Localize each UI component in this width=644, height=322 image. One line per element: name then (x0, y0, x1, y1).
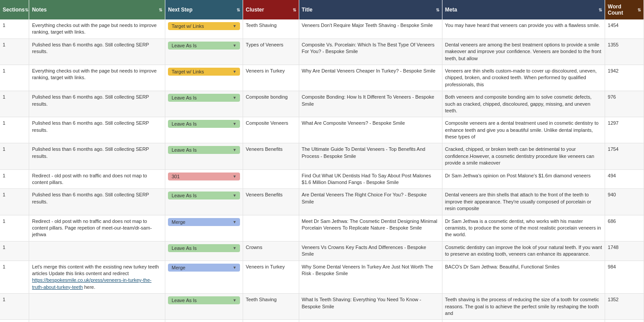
sort-sections-icon[interactable]: ⇅ (25, 8, 28, 12)
header-wordcount: Word Count ⇅ (605, 0, 644, 19)
header-meta: Meta ⇅ (442, 0, 605, 19)
cell-title: What Are Composite Veneers? - Bespoke Sm… (299, 117, 442, 143)
nextstep-label: Target w/ Links (171, 23, 204, 29)
cell-cluster: Crowns (243, 241, 299, 261)
cell-cluster (243, 215, 299, 241)
dropdown-arrow-icon: ▼ (232, 220, 236, 224)
cell-section: 1 (0, 241, 29, 261)
cell-nextstep: Leave As Is▼ (165, 320, 243, 322)
nextstep-badge[interactable]: Target w/ Links▼ (168, 22, 240, 30)
table-row: 1Pulished less than 6 months ago. Still … (0, 117, 644, 143)
sort-notes-icon[interactable]: ⇅ (159, 8, 162, 12)
table-row: 1Leave As Is▼CrownsVeneers Vs Crowns Key… (0, 241, 644, 261)
dropdown-arrow-icon: ▼ (232, 43, 236, 48)
sort-wordcount-icon[interactable]: ⇅ (637, 8, 641, 12)
nextstep-badge[interactable]: Leave As Is▼ (168, 244, 240, 252)
cell-meta: BACO's Dr Sam Jethwa: Beautiful, Functio… (442, 261, 605, 294)
nextstep-badge[interactable]: Leave As Is▼ (168, 296, 240, 304)
cell-title: Composite Vs. Porcelain: Which Is The Be… (299, 38, 442, 65)
sort-title-icon[interactable]: ⇅ (436, 8, 439, 12)
cell-section: 1 (0, 38, 29, 65)
cell-nextstep: Leave As Is▼ (165, 241, 243, 261)
header-sections: Sections ⇅ (0, 0, 29, 19)
cell-meta: It's normal to feel self-conscious about… (442, 320, 605, 322)
cell-title: Meet Dr Sam Jethwa: The Cosmetic Dentist… (299, 215, 442, 241)
cell-nextstep: Leave As Is▼ (165, 91, 243, 117)
cell-nextstep: Leave As Is▼ (165, 38, 243, 65)
cell-wordcount: 1748 (605, 241, 644, 261)
cell-notes: Redirect - old post with no traffic and … (29, 169, 165, 189)
cell-section: 1 (0, 189, 29, 215)
cell-title: Find Out What UK Dentists Had To Say Abo… (299, 169, 442, 189)
header-notes: Notes ⇅ (29, 0, 165, 19)
nextstep-badge[interactable]: Target w/ Links▼ (168, 68, 240, 76)
cell-notes: Pulished less than 6 months ago. Still c… (29, 143, 165, 169)
cell-meta: Cosmetic dentistry can improve the look … (442, 241, 605, 261)
cell-section: 1 (0, 19, 29, 38)
cell-section: 1 (0, 215, 29, 241)
dropdown-arrow-icon: ▼ (232, 298, 236, 303)
cell-title: Composite Bonding: How Is It Different T… (299, 91, 442, 117)
nextstep-badge[interactable]: 301▼ (168, 172, 240, 180)
cell-section: 1 (0, 65, 29, 91)
sort-nextstep-icon[interactable]: ⇅ (236, 8, 240, 12)
cell-cluster: Types of Veneers (243, 38, 299, 65)
cell-wordcount: 1297 (605, 117, 644, 143)
cell-meta: Teeth shaving is the process of reducing… (442, 294, 605, 320)
cell-title: How Dangerous Is Teeth Shaving? - Bespok… (299, 320, 442, 322)
table-row: 1Redirect - old post with no traffic and… (0, 215, 644, 241)
nextstep-label: Leave As Is (171, 298, 197, 303)
table-row: 1Pulished less than 6 months ago. Still … (0, 320, 644, 322)
nextstep-badge[interactable]: Leave As Is▼ (168, 42, 240, 50)
dropdown-arrow-icon: ▼ (232, 246, 236, 250)
nextstep-badge[interactable]: Leave As Is▼ (168, 192, 240, 199)
notes-link[interactable]: https://bespokesmile.co.uk/press/veneers… (32, 277, 151, 289)
nextstep-label: Leave As Is (171, 121, 197, 126)
cell-nextstep: Leave As Is▼ (165, 117, 243, 143)
cell-nextstep: Target w/ Links▼ (165, 19, 243, 38)
cell-meta: Dr Sam Jethwa is a cosmetic dentist, who… (442, 215, 605, 241)
dropdown-arrow-icon: ▼ (232, 148, 236, 152)
nextstep-badge[interactable]: Merge▼ (168, 264, 240, 272)
cell-wordcount: 1352 (605, 294, 644, 320)
nextstep-label: Leave As Is (171, 245, 197, 251)
nextstep-label: Leave As Is (171, 95, 197, 100)
cell-nextstep: Merge▼ (165, 215, 243, 241)
cell-wordcount: 1454 (605, 19, 644, 38)
cell-nextstep: Leave As Is▼ (165, 294, 243, 320)
cell-nextstep: Leave As Is▼ (165, 189, 243, 215)
table-row: 1Pulished less than 6 months ago. Still … (0, 91, 644, 117)
sort-cluster-icon[interactable]: ⇅ (293, 8, 296, 12)
cell-section: 1 (0, 91, 29, 117)
header-cluster: Cluster ⇅ (243, 0, 299, 19)
cell-meta: Dental veneers are among the best treatm… (442, 38, 605, 65)
nextstep-badge[interactable]: Leave As Is▼ (168, 94, 240, 102)
cell-nextstep: Leave As Is▼ (165, 143, 243, 169)
nextstep-label: Target w/ Links (171, 69, 204, 74)
cell-meta: Veneers are thin shells custom-made to c… (442, 65, 605, 91)
cell-notes: Pulished less than 6 months ago. Still c… (29, 117, 165, 143)
cell-cluster: Veneers Benefits (243, 189, 299, 215)
cell-wordcount: 984 (605, 261, 644, 294)
header-nextstep: Next Step ⇅ (165, 0, 243, 19)
nextstep-badge[interactable]: Merge▼ (168, 218, 240, 226)
cell-cluster: Teeth Shaving (243, 294, 299, 320)
cell-wordcount: 494 (605, 169, 644, 189)
table-row: 1Let's merge this content with the exsis… (0, 261, 644, 294)
cell-wordcount: 1387 (605, 320, 644, 322)
cell-notes (29, 294, 165, 320)
cell-nextstep: 301▼ (165, 169, 243, 189)
table-row: 1Pulished less than 6 months ago. Still … (0, 38, 644, 65)
cell-meta: Dental veneers are thin shells that atta… (442, 189, 605, 215)
dropdown-arrow-icon: ▼ (232, 193, 236, 198)
cell-wordcount: 1355 (605, 38, 644, 65)
cell-section: 1 (0, 320, 29, 322)
table-row: 1Pulished less than 6 months ago. Still … (0, 189, 644, 215)
sort-meta-icon[interactable]: ⇅ (598, 8, 602, 12)
nextstep-badge[interactable]: Leave As Is▼ (168, 120, 240, 128)
cell-cluster: Composite Veneers (243, 117, 299, 143)
cell-title: The Ultimate Guide To Dental Veneers - T… (299, 143, 442, 169)
nextstep-badge[interactable]: Leave As Is▼ (168, 146, 240, 154)
cell-wordcount: 686 (605, 215, 644, 241)
nextstep-label: Leave As Is (171, 193, 197, 198)
